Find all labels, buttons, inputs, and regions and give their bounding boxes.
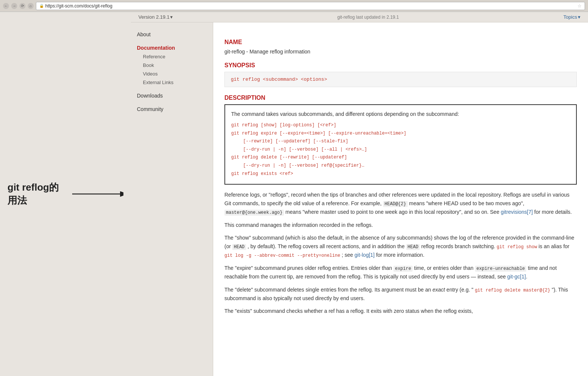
code-delete-example: git reflog delete master@{2} <box>475 288 550 293</box>
content-area: About Documentation Reference Book Video… <box>131 22 588 376</box>
sidebar-item-videos[interactable]: Videos <box>143 70 207 78</box>
description-box: The command takes various subcommands, a… <box>224 104 577 185</box>
sidebar-item-documentation[interactable]: Documentation <box>137 43 207 52</box>
code-line-1: git reflog [show] [log-options] [<ref>] <box>231 121 570 130</box>
lock-icon: 🔒 <box>39 4 44 8</box>
link-gitrevisions[interactable]: gitrevisions[7] <box>501 209 533 215</box>
body-para-4: The "expire" subcommand prunes older ref… <box>224 264 577 281</box>
sidebar-item-downloads[interactable]: Downloads <box>137 91 207 100</box>
code-line-4: [--dry-run | -n] [--verbose] [--all | <r… <box>243 146 570 154</box>
topics-button[interactable]: Topics ▾ <box>563 14 581 20</box>
bookmark-icon: ☆ <box>578 3 582 9</box>
arrow-container: git reflog的用法 <box>7 181 123 207</box>
url-text: https://git-scm.com/docs/git-reflog <box>45 3 112 9</box>
body-para-5: The "delete" subcommand deletes single e… <box>224 286 577 303</box>
forward-button[interactable]: → <box>11 3 17 9</box>
body-para-3: The "show" subcommand (which is also the… <box>224 234 577 259</box>
back-button[interactable]: ← <box>3 3 9 9</box>
arrow-svg <box>72 188 123 200</box>
sidebar-item-external-links[interactable]: External Links <box>143 78 207 87</box>
code-line-6: [--dry-run | -n] [--verbose] ref@{specif… <box>243 162 570 170</box>
sidebar-item-community[interactable]: Community <box>137 105 207 114</box>
top-bar-left: Version 2.19.1 ▾ <box>138 14 173 20</box>
page-wrapper: git reflog的用法 Version 2.19.1 ▾ git-reflo <box>0 12 588 376</box>
synopsis-code-block: git reflog [show] [log-options] [<ref>] … <box>231 121 570 178</box>
synopsis-code: git reflog <subcommand> <options> <box>231 77 327 82</box>
code-head-switch: HEAD <box>406 244 420 250</box>
sidebar-item-reference[interactable]: Reference <box>143 52 207 61</box>
sidebar-subnav: Reference Book Videos External Links <box>137 52 207 87</box>
code-head-default: HEAD <box>232 244 246 250</box>
code-expire-unreachable: expire-unreachable <box>475 266 527 272</box>
body-para-1: Reference logs, or "reflogs", record whe… <box>224 191 577 216</box>
code-git-log: git log -g --abbrev-commit --pretty=onel… <box>224 253 340 258</box>
name-title: NAME <box>224 39 577 46</box>
doc-area: NAME git-reflog - Manage reflog informat… <box>213 22 588 376</box>
reload-button[interactable]: ⟳ <box>19 3 25 9</box>
address-bar[interactable]: 🔒 https://git-scm.com/docs/git-reflog ☆ <box>36 2 585 10</box>
link-git-log[interactable]: git-log[1] <box>355 252 375 258</box>
code-line-3: [--rewrite] [--updateref] [--stale-fix] <box>243 138 570 146</box>
synopsis-title: SYNOPSIS <box>224 62 577 69</box>
code-head2: HEAD@{2} <box>383 201 408 207</box>
browser-bar: ← → ⟳ ⌂ 🔒 https://git-scm.com/docs/git-r… <box>0 0 588 12</box>
description-title: DESCRIPTION <box>224 95 577 101</box>
name-subtitle: git-reflog - Manage reflog information <box>224 49 577 55</box>
sidebar-item-book[interactable]: Book <box>143 61 207 70</box>
home-button[interactable]: ⌂ <box>28 3 34 9</box>
code-line-5: git reflog delete [--rewrite] [--updater… <box>231 154 570 162</box>
annotation-text: git reflog的用法 <box>7 181 68 207</box>
synopsis-box: git reflog <subcommand> <options> <box>224 72 577 87</box>
annotation-column: git reflog的用法 <box>0 12 131 376</box>
main-content: Version 2.19.1 ▾ git-reflog last updated… <box>131 12 588 376</box>
code-master: master@{one.week.ago} <box>224 210 284 216</box>
code-expire: expire <box>393 266 413 272</box>
last-updated-text: git-reflog last updated in 2.19.1 <box>337 15 399 20</box>
desc-intro: The command takes various subcommands, a… <box>231 111 570 117</box>
body-para-6: The "exists" subcommand checks whether a… <box>224 307 577 315</box>
body-para-2: This command manages the information rec… <box>224 221 577 229</box>
sidebar-item-about[interactable]: About <box>137 30 207 39</box>
version-button[interactable]: Version 2.19.1 ▾ <box>138 14 173 20</box>
code-line-7: git reflog exists <ref> <box>231 170 570 178</box>
top-bar: Version 2.19.1 ▾ git-reflog last updated… <box>131 12 588 22</box>
sidebar: About Documentation Reference Book Video… <box>131 22 213 376</box>
link-git-gc[interactable]: git-gc[1] <box>507 274 526 280</box>
code-reflog-show: git reflog show <box>497 244 537 250</box>
code-line-2: git reflog expire [--expire=<time>] [--e… <box>231 130 570 138</box>
